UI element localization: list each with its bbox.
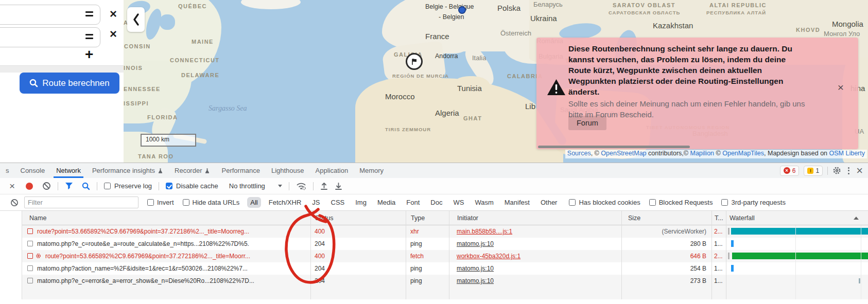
network-request-row[interactable]: matomo.php?e_c=error&e_a=error_show&e_n=… xyxy=(22,275,868,287)
kebab-menu-icon[interactable] xyxy=(846,166,852,175)
filter-chip-other[interactable]: Other xyxy=(537,197,561,208)
block-icon[interactable] xyxy=(10,199,19,207)
filter-chip-media[interactable]: Media xyxy=(374,197,398,208)
sort-arrow-icon[interactable] xyxy=(854,217,859,220)
throttling-select[interactable]: No throttling xyxy=(229,182,265,190)
disable-cache-checkbox[interactable] xyxy=(166,183,172,189)
tab-label: Lighthouse xyxy=(271,167,304,174)
attribution-link[interactable]: OSM Liberty xyxy=(829,150,865,157)
attribution-link[interactable]: OpenMapTiles xyxy=(722,150,764,157)
route-start-dot[interactable] xyxy=(458,6,466,14)
gear-icon[interactable] xyxy=(832,166,841,175)
drag-handle-icon[interactable] xyxy=(85,34,94,40)
column-divider[interactable] xyxy=(711,211,712,299)
filter-chip-font[interactable]: Font xyxy=(403,197,423,208)
has-blocked-cookies-checkbox[interactable] xyxy=(569,199,576,206)
network-request-row[interactable]: route?point=53.665892%2C9.667969&point=3… xyxy=(22,250,868,262)
map-label: Mongolia xyxy=(832,20,863,28)
waypoint-input-start[interactable] xyxy=(0,5,100,25)
column-header-initiator[interactable]: Initiator xyxy=(457,211,478,225)
initiator-link[interactable]: matomo.js:10 xyxy=(457,262,616,275)
remove-waypoint-icon[interactable]: × xyxy=(108,29,119,40)
blocked-requests-checkbox[interactable] xyxy=(649,199,656,206)
error-box-scrollbar[interactable] xyxy=(538,146,690,148)
import-har-icon[interactable] xyxy=(320,182,328,190)
filter-chip-manifest[interactable]: Manifest xyxy=(501,197,533,208)
column-header-time[interactable]: T... xyxy=(715,211,723,225)
tab-network[interactable]: Network xyxy=(50,163,86,178)
route-berechnen-button[interactable]: Route berechnen xyxy=(20,73,119,94)
column-header-waterfall[interactable]: Waterfall xyxy=(730,211,755,225)
invert-checkbox[interactable] xyxy=(147,199,154,206)
network-conditions-icon[interactable] xyxy=(296,182,306,190)
column-divider[interactable] xyxy=(22,211,22,299)
clear-icon[interactable] xyxy=(42,182,51,190)
record-icon[interactable] xyxy=(26,183,33,190)
add-waypoint-button[interactable]: + xyxy=(85,46,93,63)
tab-label: Console xyxy=(21,167,45,174)
tab-performance[interactable]: Performance xyxy=(216,163,265,178)
filter-funnel-icon[interactable] xyxy=(65,182,73,190)
drag-handle-icon[interactable] xyxy=(85,11,94,17)
export-har-icon[interactable] xyxy=(335,182,342,190)
column-header-status[interactable]: Status xyxy=(315,211,333,225)
tab-memory[interactable]: Memory xyxy=(354,163,389,178)
network-request-row[interactable]: matomo.php?action_name=%2F&idsite=1&rec=… xyxy=(22,262,868,275)
forum-button[interactable]: Forum xyxy=(568,116,606,130)
toolbar-close-icon[interactable]: × xyxy=(9,182,15,190)
initiator-link[interactable]: main.b858b58....js:1 xyxy=(457,225,616,238)
waypoint-input-destination[interactable] xyxy=(0,27,100,47)
remove-waypoint-icon[interactable]: × xyxy=(108,9,119,20)
tab-recorder[interactable]: Recorder xyxy=(169,163,216,178)
column-header-size[interactable]: Size xyxy=(628,211,640,225)
network-request-row[interactable]: route?point=53.665892%2C9.667969&point=3… xyxy=(22,225,868,238)
waypoint-flag-marker[interactable] xyxy=(406,53,423,70)
error-count-badge[interactable]: × 6 xyxy=(780,166,800,176)
attribution-link[interactable]: Sources xyxy=(567,150,591,157)
filter-chip-doc[interactable]: Doc xyxy=(427,197,445,208)
caret-down-icon[interactable] xyxy=(278,185,282,187)
initiator-link[interactable]: matomo.js:10 xyxy=(457,275,616,287)
initiator-link[interactable]: matomo.js:10 xyxy=(457,238,616,250)
warning-count-badge[interactable]: ! 1 xyxy=(804,166,823,176)
error-message-bold: Diese Routenberechnung scheint sehr lang… xyxy=(568,43,801,97)
initiator-link[interactable]: workbox-45ba320d.js:1 xyxy=(457,250,616,262)
filter-chip-ws[interactable]: WS xyxy=(450,197,467,208)
attribution-link[interactable]: Mapilion xyxy=(690,150,715,157)
filter-input[interactable] xyxy=(24,196,138,208)
column-divider[interactable] xyxy=(406,211,406,299)
filter-chip-css[interactable]: CSS xyxy=(328,197,348,208)
search-icon xyxy=(29,79,38,87)
tab-s[interactable]: s xyxy=(0,163,15,178)
invert-label: Invert xyxy=(157,199,174,206)
filter-chip-fetch-xhr[interactable]: Fetch/XHR xyxy=(266,197,305,208)
network-request-row[interactable]: matomo.php?e_c=route&e_a=route_calculate… xyxy=(22,238,868,250)
attribution-link[interactable]: OpenStreetMap xyxy=(601,150,646,157)
filter-chip-wasm[interactable]: Wasm xyxy=(472,197,496,208)
preserve-log-checkbox[interactable] xyxy=(104,183,111,189)
map-canvas[interactable]: QUÉBECARIOMAINECONSINCONNECTICUTINOISDEL… xyxy=(124,0,868,163)
collapse-panel-button[interactable] xyxy=(127,7,145,32)
filter-chip-img[interactable]: Img xyxy=(352,197,370,208)
flag-icon xyxy=(411,58,418,65)
hide-data-urls-checkbox[interactable] xyxy=(183,199,189,206)
error-close-icon[interactable]: × xyxy=(838,83,844,92)
tab-lighthouse[interactable]: Lighthouse xyxy=(266,163,310,178)
column-header-type[interactable]: Type xyxy=(411,211,425,225)
request-size: 280 B xyxy=(621,238,711,250)
column-divider[interactable] xyxy=(449,211,449,299)
map-label: Italia xyxy=(472,54,486,62)
column-divider[interactable] xyxy=(621,211,622,299)
close-devtools-icon[interactable]: × xyxy=(856,166,863,175)
tab-application[interactable]: Application xyxy=(310,163,354,178)
third-party-checkbox[interactable] xyxy=(721,199,728,206)
column-divider[interactable] xyxy=(726,211,726,299)
filter-chip-js[interactable]: JS xyxy=(309,197,323,208)
filter-chip-all[interactable]: All xyxy=(247,197,261,208)
column-header-name[interactable]: Name xyxy=(29,211,46,225)
column-divider[interactable] xyxy=(310,211,311,299)
request-name: route?point=53.665892%2C9.667969&point=3… xyxy=(45,250,311,262)
search-icon[interactable] xyxy=(82,182,90,190)
tab-performance-insights[interactable]: Performance insights xyxy=(86,163,169,178)
tab-console[interactable]: Console xyxy=(15,163,51,178)
